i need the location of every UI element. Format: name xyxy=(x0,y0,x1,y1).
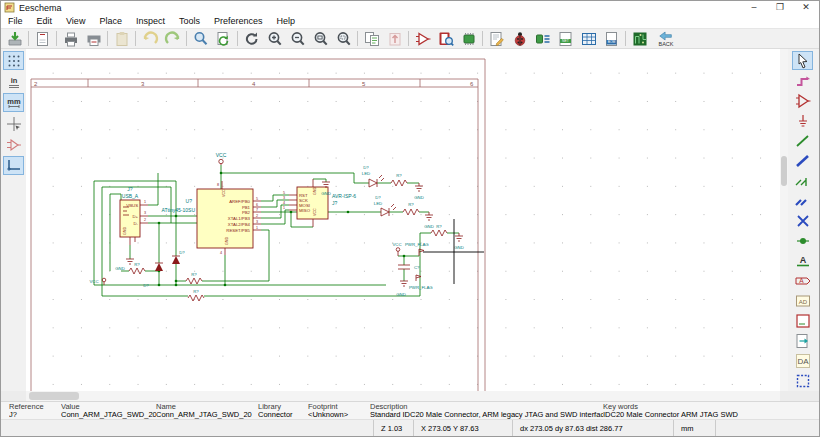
sheet-settings-button[interactable] xyxy=(31,29,54,48)
gnd-label-r4: GND xyxy=(454,245,464,250)
units-inches-button[interactable]: in xyxy=(3,72,24,91)
no-connect-tool-button[interactable] xyxy=(792,211,813,230)
place-wire-tool-button[interactable] xyxy=(792,131,813,150)
find-icon xyxy=(192,30,210,48)
junction-icon xyxy=(794,232,812,250)
field-name: Name Conn_ARM_JTAG_SWD_20 xyxy=(156,403,258,419)
paste-button[interactable] xyxy=(110,29,133,48)
vertical-scrollbar-thumb[interactable] xyxy=(781,156,787,186)
back-button[interactable]: BACK xyxy=(651,29,681,49)
menu-file[interactable]: File xyxy=(1,16,30,26)
save-button[interactable] xyxy=(3,29,26,48)
usb-pin-vbus: VBUS xyxy=(126,203,138,208)
menu-preferences[interactable]: Preferences xyxy=(207,16,270,26)
leave-sheet-button[interactable] xyxy=(383,29,406,48)
left-toolbar: in mm xyxy=(1,49,26,391)
assign-footprints-button[interactable] xyxy=(531,29,554,48)
mcu-value: ATtiny45-10SU xyxy=(161,207,195,213)
select-tool-button[interactable] xyxy=(792,51,813,70)
show-hidden-pins-button[interactable] xyxy=(3,135,24,154)
led-symbols: D? LED D? LED xyxy=(362,165,396,216)
menu-tools[interactable]: Tools xyxy=(172,16,207,26)
zoom-fit-button[interactable] xyxy=(309,29,332,48)
place-bus-tool-button[interactable] xyxy=(792,151,813,170)
maximize-button[interactable]: ❐ xyxy=(767,1,793,14)
plot-button[interactable] xyxy=(82,29,105,48)
minimize-button[interactable]: – xyxy=(741,1,767,14)
junction-tool-button[interactable] xyxy=(792,231,813,250)
generate-bom-button[interactable]: BOM xyxy=(600,29,623,48)
annotate-button[interactable] xyxy=(411,29,434,48)
net-label-tool-button[interactable]: A xyxy=(792,251,813,270)
mcu-num-4: 3 xyxy=(256,220,258,224)
redo-button[interactable] xyxy=(161,29,184,48)
hierarchical-label-tool-button[interactable]: AD xyxy=(792,291,813,310)
gnd-label-led2: GND xyxy=(424,224,434,229)
component-fields-bar: Reference J? Value Conn_ARM_JTAG_SWD_20 … xyxy=(1,401,819,419)
generate-netlist-button[interactable]: NET xyxy=(554,29,577,48)
isp-pin-vcc: VCC xyxy=(313,208,317,216)
units-mm-button[interactable]: mm xyxy=(3,93,24,112)
back-label: BACK xyxy=(659,42,674,47)
highlight-net-tool-button[interactable] xyxy=(792,71,813,90)
vcc-label-top: VCC xyxy=(216,152,227,158)
place-power-port-tool-button[interactable] xyxy=(792,111,813,130)
hv-wire-mode-button[interactable] xyxy=(3,156,24,175)
vertical-scrollbar[interactable] xyxy=(780,49,788,391)
text-tool-icon: DA xyxy=(794,352,812,370)
full-crosshair-cursor-button[interactable] xyxy=(3,114,24,133)
footprint-library-browser-button[interactable] xyxy=(457,29,480,48)
menu-help[interactable]: Help xyxy=(269,16,302,26)
menu-edit[interactable]: Edit xyxy=(30,16,60,26)
zoom-selection-button[interactable] xyxy=(332,29,355,48)
grid-icon xyxy=(5,52,23,70)
open-pcbnew-button[interactable] xyxy=(628,29,651,48)
right-toolbar: A A AD DA xyxy=(788,49,820,391)
hierarchy-navigator-button[interactable] xyxy=(360,29,383,48)
horizontal-scrollbar[interactable] xyxy=(26,391,780,401)
edit-symbol-fields-button[interactable] xyxy=(485,29,508,48)
hierarchy-navigator-icon xyxy=(363,30,381,48)
mcu-pin-5: RESET/PB5 xyxy=(226,228,250,233)
app-icon xyxy=(4,2,15,13)
redraw-view-button[interactable] xyxy=(240,29,263,48)
zoom-out-button[interactable] xyxy=(286,29,309,48)
pwr-flag-label-top: PWR_FLAG xyxy=(405,242,429,247)
global-label-icon: A xyxy=(794,272,812,290)
place-text-tool-button[interactable]: DA xyxy=(792,351,813,370)
highlight-net-icon xyxy=(794,72,812,90)
leave-sheet-icon xyxy=(386,30,404,48)
import-sheet-pin-tool-button[interactable] xyxy=(792,331,813,350)
diode-symbols: D? D? xyxy=(143,250,185,288)
erc-check-icon xyxy=(511,30,529,48)
erc-check-button[interactable] xyxy=(508,29,531,48)
toolbar-separator xyxy=(625,31,626,46)
print-button[interactable] xyxy=(59,29,82,48)
r6-ref: R? xyxy=(408,202,414,207)
menu-view[interactable]: View xyxy=(59,16,92,26)
undo-button[interactable] xyxy=(138,29,161,48)
mcu-pin-gnd: GND xyxy=(225,236,229,245)
place-symbol-icon xyxy=(794,92,812,110)
grid-toggle-button[interactable] xyxy=(3,51,24,70)
schematic-canvas[interactable]: 2 3 4 5 6 xyxy=(26,49,780,391)
toolbar-separator xyxy=(186,31,187,46)
zoom-in-button[interactable] xyxy=(263,29,286,48)
symbol-library-browser-button[interactable] xyxy=(434,29,457,48)
menu-inspect[interactable]: Inspect xyxy=(129,16,172,26)
hierarchical-sheet-tool-button[interactable] xyxy=(792,311,813,330)
menu-place[interactable]: Place xyxy=(92,16,129,26)
save-icon xyxy=(6,30,24,48)
find-button[interactable] xyxy=(189,29,212,48)
global-label-tool-button[interactable]: A xyxy=(792,271,813,290)
r1-ref: R? xyxy=(134,262,140,267)
place-symbol-tool-button[interactable] xyxy=(792,91,813,110)
wire-to-bus-entry-tool-button[interactable] xyxy=(792,171,813,190)
find-replace-button[interactable] xyxy=(212,29,235,48)
hidden-pins-icon xyxy=(5,136,23,154)
close-button[interactable]: ✕ xyxy=(793,1,819,14)
symbol-fields-table-button[interactable] xyxy=(577,29,600,48)
horizontal-scrollbar-thumb[interactable] xyxy=(29,392,79,400)
selection-area-tool-button[interactable] xyxy=(792,371,813,390)
bus-to-bus-entry-tool-button[interactable] xyxy=(792,191,813,210)
